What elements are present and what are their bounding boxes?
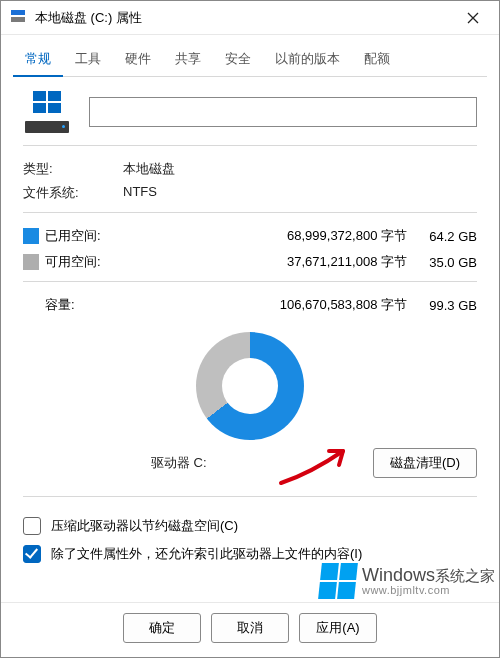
separator xyxy=(23,145,477,146)
drive-icon xyxy=(23,91,71,133)
drive-header-row xyxy=(23,91,477,133)
tab-strip: 常规 工具 硬件 共享 安全 以前的版本 配额 xyxy=(1,35,499,76)
used-label: 已用空间: xyxy=(45,227,135,245)
separator xyxy=(23,212,477,213)
used-swatch-icon xyxy=(23,228,39,244)
ok-button[interactable]: 确定 xyxy=(123,613,201,643)
disk-cleanup-button[interactable]: 磁盘清理(D) xyxy=(373,448,477,478)
space-grid: 已用空间: 68,999,372,800 字节 64.2 GB 可用空间: 37… xyxy=(23,227,477,271)
separator xyxy=(23,496,477,497)
drive-name-input[interactable] xyxy=(89,97,477,127)
filesystem-row: 文件系统: NTFS xyxy=(23,184,477,202)
cancel-button[interactable]: 取消 xyxy=(211,613,289,643)
capacity-bytes: 106,670,583,808 字节 xyxy=(135,296,407,314)
used-bytes: 68,999,372,800 字节 xyxy=(135,227,407,245)
capacity-row: 容量: 106,670,583,808 字节 99.3 GB xyxy=(23,296,477,314)
usage-donut-chart xyxy=(196,332,304,440)
type-label: 类型: xyxy=(23,160,123,178)
tab-sharing[interactable]: 共享 xyxy=(163,44,213,77)
apply-button[interactable]: 应用(A) xyxy=(299,613,377,643)
free-bytes: 37,671,211,008 字节 xyxy=(135,253,407,271)
tab-previous-versions[interactable]: 以前的版本 xyxy=(263,44,352,77)
usage-chart-wrap xyxy=(23,332,477,440)
compress-label: 压缩此驱动器以节约磁盘空间(C) xyxy=(51,517,238,535)
tab-content-general: 类型: 本地磁盘 文件系统: NTFS 已用空间: 68,999,372,800… xyxy=(1,77,499,602)
type-row: 类型: 本地磁盘 xyxy=(23,160,477,178)
index-label: 除了文件属性外，还允许索引此驱动器上文件的内容(I) xyxy=(51,545,362,563)
capacity-label: 容量: xyxy=(45,296,135,314)
tab-hardware[interactable]: 硬件 xyxy=(113,44,163,77)
free-human: 35.0 GB xyxy=(407,255,477,270)
options-group: 压缩此驱动器以节约磁盘空间(C) 除了文件属性外，还允许索引此驱动器上文件的内容… xyxy=(23,517,477,563)
drive-letter-label: 驱动器 C: xyxy=(151,454,207,472)
drive-label-row: 驱动器 C: 磁盘清理(D) xyxy=(23,448,477,478)
compress-checkbox[interactable] xyxy=(23,517,41,535)
dialog-footer: 确定 取消 应用(A) xyxy=(1,602,499,657)
tab-tools[interactable]: 工具 xyxy=(63,44,113,77)
close-button[interactable] xyxy=(453,4,493,32)
tab-security[interactable]: 安全 xyxy=(213,44,263,77)
titlebar: 本地磁盘 (C:) 属性 xyxy=(1,1,499,35)
properties-window: 本地磁盘 (C:) 属性 常规 工具 硬件 共享 安全 以前的版本 配额 类型:… xyxy=(0,0,500,658)
filesystem-value: NTFS xyxy=(123,184,157,202)
compress-row: 压缩此驱动器以节约磁盘空间(C) xyxy=(23,517,477,535)
index-checkbox[interactable] xyxy=(23,545,41,563)
drive-titlebar-icon xyxy=(11,10,27,26)
type-value: 本地磁盘 xyxy=(123,160,175,178)
free-swatch-icon xyxy=(23,254,39,270)
index-row: 除了文件属性外，还允许索引此驱动器上文件的内容(I) xyxy=(23,545,477,563)
capacity-human: 99.3 GB xyxy=(407,298,477,313)
window-title: 本地磁盘 (C:) 属性 xyxy=(35,9,453,27)
separator xyxy=(23,281,477,282)
tab-quota[interactable]: 配额 xyxy=(352,44,402,77)
tab-general[interactable]: 常规 xyxy=(13,44,63,77)
close-icon xyxy=(467,12,479,24)
used-human: 64.2 GB xyxy=(407,229,477,244)
free-label: 可用空间: xyxy=(45,253,135,271)
filesystem-label: 文件系统: xyxy=(23,184,123,202)
